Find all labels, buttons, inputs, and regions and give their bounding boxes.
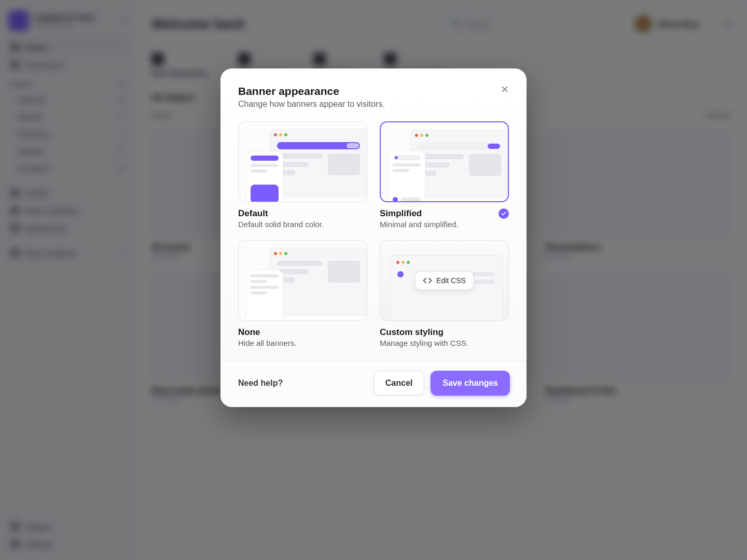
option-custom[interactable]: Edit CSS Custom styling Manage styling w… — [380, 240, 509, 347]
option-default[interactable]: Default Default solid brand color. — [238, 121, 367, 229]
option-desc: Default solid brand color. — [238, 220, 367, 229]
code-icon — [423, 276, 432, 285]
option-desc: Manage styling with CSS. — [380, 339, 509, 347]
option-title: None — [238, 327, 260, 338]
option-none[interactable]: None Hide all banners. — [238, 240, 367, 347]
edit-css-label: Edit CSS — [436, 276, 466, 285]
edit-css-button[interactable]: Edit CSS — [415, 271, 474, 290]
help-link[interactable]: Need help? — [238, 379, 283, 388]
cancel-button[interactable]: Cancel — [374, 371, 424, 396]
modal-title: Banner appearance — [238, 85, 509, 97]
option-title: Simplified — [380, 208, 422, 219]
preview-none-mobile — [246, 270, 283, 321]
preview-simplified-mobile — [388, 150, 425, 202]
save-button[interactable]: Save changes — [431, 371, 510, 396]
check-icon — [499, 208, 509, 219]
preview-none-desktop — [269, 248, 367, 315]
option-desc: Hide all banners. — [238, 339, 367, 347]
preview-default-mobile — [246, 151, 283, 202]
option-simplified[interactable]: Simplified Minimal and simplified. — [380, 121, 509, 229]
banner-appearance-modal: Banner appearance Change how banners app… — [220, 68, 527, 407]
close-button[interactable] — [497, 82, 512, 96]
option-desc: Minimal and simplified. — [380, 220, 509, 229]
close-icon — [500, 85, 509, 94]
option-title: Custom styling — [380, 327, 444, 338]
option-title: Default — [238, 208, 268, 219]
modal-subtitle: Change how banners appear to visitors. — [238, 100, 509, 109]
preview-default-desktop — [269, 129, 367, 197]
